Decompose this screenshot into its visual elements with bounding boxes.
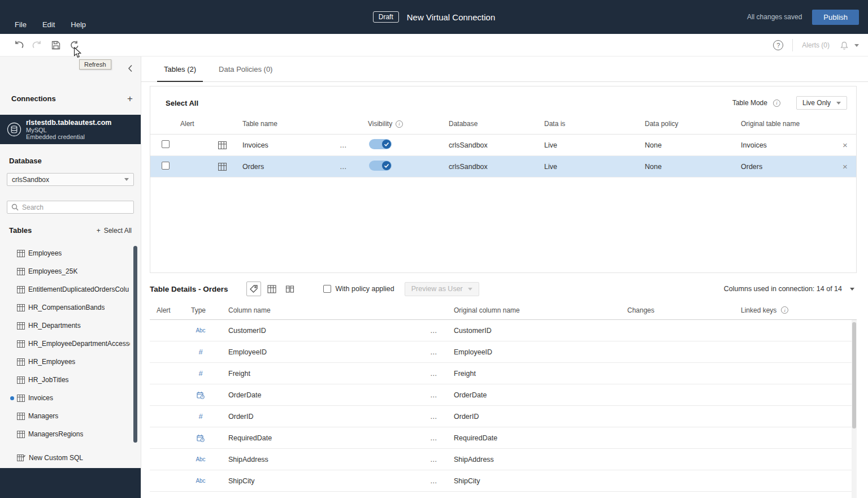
details-scrollbar-track[interactable] [852,320,857,498]
database-select[interactable]: crlsSandbox [7,173,134,186]
topbar: File Edit Help Draft New Virtual Connect… [0,0,868,34]
data-policy-cell: None [636,141,732,149]
column-row[interactable]: Abc # EmployeeID … EmployeeID [150,341,857,363]
column-menu-ellipsis[interactable]: … [421,456,449,464]
refresh-tooltip: Refresh [79,59,111,70]
column-menu-ellipsis[interactable]: … [421,434,449,442]
column-row[interactable]: Abc # OrderID … OrderID [150,406,857,427]
sidebar-table-label: Employees [28,249,62,257]
publish-button[interactable]: Publish [812,10,859,25]
sidebar-table-item[interactable]: HR_EmployeeDepartmentAccesse [0,335,141,353]
column-name: EmployeeID [220,348,421,356]
sidebar-table-item[interactable]: HR_Departments [0,317,141,335]
save-button[interactable] [51,34,61,57]
column-row[interactable]: Abc # CustomerID … CustomerID [150,320,857,341]
visibility-info-icon[interactable]: i [396,120,403,128]
menu-item[interactable]: Help [71,20,86,29]
sidebar-scrollbar[interactable] [133,246,137,443]
row-menu-ellipsis[interactable]: … [334,141,357,149]
linked-keys-info-icon[interactable]: i [781,306,788,314]
column-menu-ellipsis[interactable]: … [421,370,449,378]
column-row[interactable]: Abc # ShipAddress … ShipAddress [150,449,857,470]
connection-credential: Embedded credential [26,133,111,140]
add-connection-button[interactable]: + [127,94,133,103]
table-grid-icon [218,163,227,171]
sidebar-select-all[interactable]: + Select All [97,227,132,235]
sidebar-table-item[interactable]: Employees_25K [0,262,141,280]
sidebar-table-item[interactable]: Invoices [0,389,141,407]
sidebar-table-item[interactable]: HR_CompensationBands [0,298,141,317]
alerts-dropdown-caret[interactable] [854,44,859,47]
with-policy-checkbox[interactable] [323,285,331,293]
sidebar-table-item[interactable]: HR_JobTitles [0,371,141,389]
column-menu-ellipsis[interactable]: … [421,327,449,335]
original-column-name: ShipCity [449,477,619,485]
row-checkbox[interactable] [162,140,170,148]
data-is-cell: Live [535,163,636,171]
column-menu-ellipsis[interactable]: … [421,477,449,485]
tab-tables[interactable]: Tables (2) [157,57,203,81]
column-menu-ellipsis[interactable]: … [421,348,449,356]
table-grid-icon [218,141,227,149]
column-menu-ellipsis[interactable]: … [421,413,449,421]
table-row[interactable]: Orders … crlsSandbox Live None Orders × [150,156,856,177]
details-title: Table Details - Orders [150,285,228,293]
type-cell: Abc # [181,478,220,484]
menu-item[interactable]: Edit [42,20,55,29]
sidebar-table-item[interactable]: ManagersRegions [0,425,141,443]
sidebar-table-item[interactable]: EntitlementDuplicatedOrdersColu [0,280,141,298]
column-name: ShipCity [220,477,421,485]
tables-header-row: Alert Table name Visibility i Database D… [150,114,856,135]
details-view-tag-button[interactable] [246,282,261,296]
undo-button[interactable] [14,34,24,57]
column-row[interactable]: Abc # ShipCity … ShipCity [150,470,857,492]
new-custom-sql-button[interactable]: New Custom SQL [17,451,83,465]
details-header-row: Alert Type Column name Original column n… [150,301,857,320]
table-grid-icon [17,268,25,275]
menu-item[interactable]: File [15,20,27,29]
original-column-name: ShipAddress [449,456,619,464]
visibility-toggle[interactable] [369,161,392,171]
row-menu-ellipsis[interactable]: … [334,163,357,171]
toolbar-divider [792,39,793,51]
sidebar-table-label: ManagersRegions [28,430,83,438]
number-type-icon: # [198,369,202,378]
connection-item[interactable]: rlstestdb.tableautest.com MySQL Embedded… [0,115,141,144]
remove-table-button[interactable]: × [834,162,856,171]
table-mode-info-icon[interactable]: i [773,99,780,107]
remove-table-button[interactable]: × [834,140,856,150]
refresh-button[interactable] [70,34,80,57]
column-menu-ellipsis[interactable]: … [421,391,449,399]
tab-data-policies[interactable]: Data Policies (0) [212,57,279,81]
column-row[interactable]: Abc # Freight … Freight [150,363,857,384]
sidebar-table-item[interactable]: Managers [0,407,141,425]
columns-used-toggle[interactable]: Columns used in connection: 14 of 14 [724,285,857,293]
sidebar-collapse-button[interactable] [128,64,133,72]
table-grid-icon [17,286,25,293]
help-button[interactable]: ? [773,40,783,50]
details-view-grid-button[interactable] [264,282,279,296]
search-input[interactable] [22,203,129,211]
details-view-columns-button[interactable] [283,282,297,296]
tables-select-all[interactable]: Select All [166,99,198,107]
column-row[interactable]: Abc # OrderDate … OrderDate [150,384,857,406]
column-row[interactable]: Abc # RequiredDate … RequiredDate [150,427,857,449]
table-grid-icon [17,395,25,402]
sidebar-table-item[interactable]: Employees [0,244,141,262]
toolbar: ? Alerts (0) [0,34,868,57]
redo-icon [32,41,42,50]
table-row[interactable]: Invoices … crlsSandbox Live None Invoice… [150,135,856,156]
table-mode-select[interactable]: Live Only [796,96,847,110]
sidebar-table-label: HR_Employees [28,358,75,366]
save-status: All changes saved [747,13,802,21]
chevron-left-icon [128,64,133,72]
column-name: OrderID [220,413,421,421]
sidebar-table-item[interactable]: HR_Employees [0,353,141,371]
sidebar-table-label: HR_Departments [28,322,81,330]
row-checkbox[interactable] [162,162,170,170]
chevron-down-icon [468,288,472,291]
main-area: Tables (2) Data Policies (0) Select All … [141,57,868,498]
details-scrollbar-thumb[interactable] [852,322,856,428]
sidebar-table-label: Invoices [28,394,53,402]
visibility-toggle[interactable] [369,139,392,149]
